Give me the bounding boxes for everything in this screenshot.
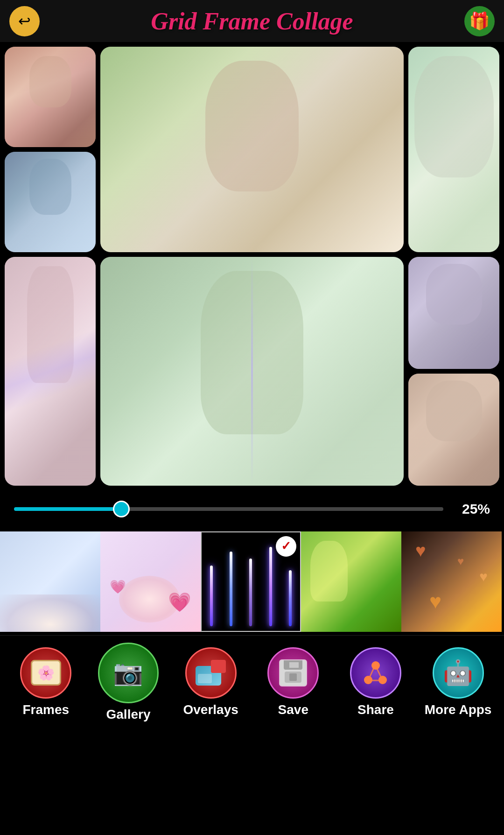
nav-item-share[interactable]: Share <box>341 647 411 717</box>
header: ↩ Grid Frame Collage 🎁 <box>0 0 504 42</box>
photo-cell-bot-center[interactable] <box>100 257 404 486</box>
photo-cell-top-left[interactable] <box>5 47 96 147</box>
nav-item-save[interactable]: Save <box>258 647 328 717</box>
frames-icon-inner <box>31 660 61 686</box>
thumbnail-strip: 💗 💗 ✓ ♥ ♥ ♥ ♥ <box>0 528 504 635</box>
photo-cell-bot-left[interactable] <box>5 257 96 486</box>
thumbnail-1[interactable] <box>0 531 100 632</box>
thumbnail-5[interactable]: ♥ ♥ ♥ ♥ <box>401 531 502 632</box>
gallery-icon: 📷 <box>98 643 159 703</box>
svg-line-0 <box>368 665 375 680</box>
thumbnail-4[interactable] <box>301 531 401 632</box>
gallery-label: Gallery <box>106 707 151 722</box>
collage-area <box>0 42 504 490</box>
back-icon: ↩ <box>18 12 31 30</box>
thumbnail-selected-badge: ✓ <box>276 536 296 557</box>
share-icon <box>350 647 401 699</box>
frames-icon <box>20 647 71 699</box>
nav-item-moreapps[interactable]: 🤖 More Apps <box>423 647 493 717</box>
overlays-label: Overlays <box>183 702 238 717</box>
photo-cell-top-center[interactable] <box>100 47 404 252</box>
bottom-nav: Frames 📷 Gallery Overlays Save <box>0 635 504 729</box>
photo-cell-top-right[interactable] <box>408 47 499 252</box>
save-icon <box>267 647 319 699</box>
photo-cell-bot-right-top[interactable] <box>408 257 499 369</box>
app-title: Grid Frame Collage <box>40 7 464 35</box>
nav-item-frames[interactable]: Frames <box>11 647 81 717</box>
frames-label: Frames <box>23 702 70 717</box>
opacity-slider[interactable] <box>14 507 443 511</box>
android-icon: 🤖 <box>443 658 473 687</box>
save-label: Save <box>278 702 308 717</box>
camera-icon: 📷 <box>113 658 143 687</box>
slider-area: 25% <box>0 490 504 528</box>
share-label: Share <box>357 702 394 717</box>
gift-button[interactable]: 🎁 <box>464 6 495 36</box>
moreapps-label: More Apps <box>425 702 492 717</box>
photo-cell-bot-right-bottom[interactable] <box>408 374 499 486</box>
nav-item-gallery[interactable]: 📷 Gallery <box>93 643 163 722</box>
slider-thumb[interactable] <box>113 501 130 517</box>
thumbnail-2[interactable]: 💗 💗 <box>100 531 201 632</box>
back-button[interactable]: ↩ <box>9 6 40 36</box>
slider-value: 25% <box>453 501 490 517</box>
photo-cell-bot-right-container <box>408 257 499 486</box>
moreapps-icon: 🤖 <box>433 647 484 699</box>
thumbnail-3[interactable]: ✓ <box>201 531 301 632</box>
photo-cell-mid-left[interactable] <box>5 152 96 252</box>
nav-item-overlays[interactable]: Overlays <box>176 647 246 717</box>
overlays-icon <box>185 647 237 699</box>
gift-icon: 🎁 <box>469 11 490 31</box>
svg-line-1 <box>375 665 383 680</box>
